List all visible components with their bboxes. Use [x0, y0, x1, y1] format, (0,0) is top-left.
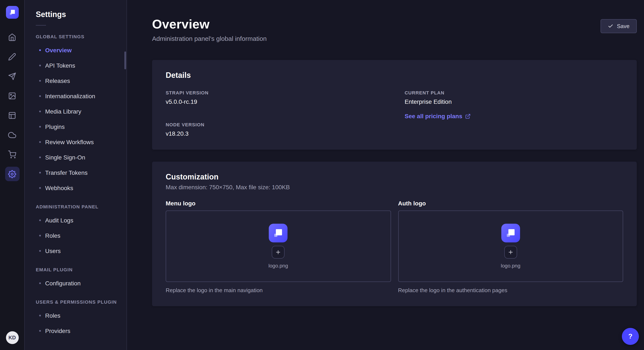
- save-button[interactable]: Save: [601, 19, 637, 33]
- rail-item-media-library[interactable]: [5, 88, 20, 103]
- main-content: Overview Administration panel’s global i…: [127, 0, 644, 350]
- auth-logo-preview: [501, 224, 520, 242]
- current-plan-value: Enterprise Edition: [405, 98, 623, 105]
- bullet-icon: [39, 111, 41, 112]
- settings-sidebar-title: Settings: [25, 10, 120, 19]
- customization-card-subtitle: Max dimension: 750×750, Max file size: 1…: [166, 184, 623, 190]
- sidebar-item-plugins[interactable]: Plugins: [25, 119, 120, 134]
- sidebar-item-label: Roles: [45, 312, 60, 319]
- customization-card-title: Customization: [166, 173, 623, 181]
- check-icon: [608, 23, 614, 29]
- strapi-version-field: STRAPI VERSION v5.0.0-rc.19: [166, 90, 384, 105]
- sidebar-item-admin-roles[interactable]: Roles: [25, 228, 120, 243]
- strapi-logo-icon: [272, 227, 284, 239]
- menu-logo-filename: logo.png: [268, 263, 288, 269]
- sidebar-item-up-providers[interactable]: Providers: [25, 323, 120, 339]
- nav-section-users-permissions-plugin: USERS & PERMISSIONS PLUGIN Roles Provide…: [25, 299, 120, 339]
- sidebar-item-label: Webhooks: [45, 184, 73, 192]
- customization-card: Customization Max dimension: 750×750, Ma…: [152, 162, 637, 306]
- details-right-column: CURRENT PLAN Enterprise Edition See all …: [405, 90, 623, 137]
- image-icon: [8, 92, 16, 100]
- pen-icon: [8, 52, 16, 61]
- strapi-logo[interactable]: [6, 6, 18, 19]
- sidebar-item-label: Media Library: [45, 108, 81, 115]
- settings-sidebar: Settings GLOBAL SETTINGS Overview API To…: [25, 0, 127, 350]
- auth-logo-dropzone[interactable]: logo.png: [398, 210, 623, 282]
- sidebar-item-review-workflows[interactable]: Review Workflows: [25, 134, 120, 150]
- bullet-icon: [39, 172, 41, 174]
- rail-item-home[interactable]: [5, 30, 20, 44]
- sidebar-item-api-tokens[interactable]: API Tokens: [25, 58, 120, 73]
- pricing-plans-link[interactable]: See all pricing plans: [405, 113, 471, 120]
- bullet-icon: [39, 141, 41, 143]
- rail-item-content-type-builder[interactable]: [5, 49, 20, 64]
- sidebar-item-label: Roles: [45, 232, 60, 239]
- strapi-version-label: STRAPI VERSION: [166, 90, 384, 95]
- sidebar-item-transfer-tokens[interactable]: Transfer Tokens: [25, 165, 120, 180]
- main-nav-rail: KD: [0, 0, 25, 350]
- logo-uploads: Menu logo logo.png Replac: [166, 200, 623, 293]
- sidebar-item-label: Plugins: [45, 123, 65, 131]
- node-version-label: NODE VERSION: [166, 122, 384, 127]
- sidebar-item-admin-users[interactable]: Users: [25, 243, 120, 259]
- rail-item-cloud[interactable]: [5, 128, 20, 142]
- sidebar-item-label: Review Workflows: [45, 138, 94, 146]
- layout-icon: [8, 111, 16, 119]
- auth-logo-add-button[interactable]: [504, 246, 517, 259]
- help-button[interactable]: ?: [622, 328, 639, 345]
- details-grid: STRAPI VERSION v5.0.0-rc.19 NODE VERSION…: [166, 90, 623, 137]
- divider: [36, 25, 46, 25]
- details-left-column: STRAPI VERSION v5.0.0-rc.19 NODE VERSION…: [166, 90, 384, 137]
- plus-icon: [275, 249, 281, 255]
- home-icon: [8, 33, 16, 41]
- sidebar-item-overview[interactable]: Overview: [25, 42, 120, 58]
- sidebar-item-label: Configuration: [45, 279, 81, 287]
- sidebar-item-webhooks[interactable]: Webhooks: [25, 180, 120, 196]
- sidebar-item-label: Users: [45, 247, 61, 255]
- sidebar-item-releases[interactable]: Releases: [25, 73, 120, 88]
- current-plan-field: CURRENT PLAN Enterprise Edition See all …: [405, 90, 623, 120]
- sidebar-item-label: API Tokens: [45, 62, 75, 69]
- nav-section-email-plugin: EMAIL PLUGIN Configuration: [25, 267, 120, 291]
- details-card: Details STRAPI VERSION v5.0.0-rc.19 NODE…: [152, 60, 637, 150]
- user-avatar[interactable]: KD: [6, 331, 18, 344]
- nav-section-global-settings: GLOBAL SETTINGS Overview API Tokens Rele…: [25, 34, 120, 196]
- sidebar-item-up-roles[interactable]: Roles: [25, 308, 120, 323]
- sidebar-scrollbar[interactable]: [124, 51, 126, 69]
- cloud-icon: [8, 131, 16, 139]
- sidebar-item-internationalization[interactable]: Internationalization: [25, 88, 120, 104]
- strapi-version-value: v5.0.0-rc.19: [166, 98, 384, 105]
- sidebar-item-media-library[interactable]: Media Library: [25, 104, 120, 119]
- bullet-icon: [39, 282, 41, 284]
- bullet-icon: [39, 187, 41, 189]
- bullet-icon: [39, 330, 41, 332]
- sidebar-item-audit-logs[interactable]: Audit Logs: [25, 213, 120, 228]
- rail-item-settings[interactable]: [5, 167, 20, 181]
- sidebar-item-email-configuration[interactable]: Configuration: [25, 276, 120, 291]
- bullet-icon: [39, 80, 41, 82]
- paper-plane-icon: [8, 72, 16, 80]
- menu-logo-dropzone[interactable]: logo.png: [166, 210, 391, 282]
- bullet-icon: [39, 157, 41, 158]
- node-version-value: v18.20.3: [166, 130, 384, 137]
- node-version-field: NODE VERSION v18.20.3: [166, 122, 384, 137]
- sidebar-item-label: Releases: [45, 77, 70, 85]
- nav-section-header: USERS & PERMISSIONS PLUGIN: [36, 299, 120, 305]
- menu-logo-add-button[interactable]: [272, 246, 285, 259]
- menu-logo-upload: Menu logo logo.png Replac: [166, 200, 391, 293]
- bullet-icon: [39, 219, 41, 221]
- sidebar-item-label: Overview: [45, 46, 72, 54]
- sidebar-item-single-sign-on[interactable]: Single Sign-On: [25, 150, 120, 165]
- strapi-logo-icon: [8, 8, 16, 16]
- gear-icon: [8, 170, 16, 178]
- sidebar-item-label: Internationalization: [45, 92, 95, 100]
- rail-item-releases[interactable]: [5, 69, 20, 83]
- rail-item-content-manager[interactable]: [5, 108, 20, 123]
- plus-icon: [508, 249, 514, 255]
- bullet-icon: [39, 65, 41, 66]
- details-card-title: Details: [166, 71, 623, 80]
- page-header-text: Overview Administration panel’s global i…: [152, 17, 267, 42]
- page-header: Overview Administration panel’s global i…: [152, 0, 637, 42]
- save-button-label: Save: [617, 23, 630, 29]
- rail-item-marketplace[interactable]: [5, 147, 20, 162]
